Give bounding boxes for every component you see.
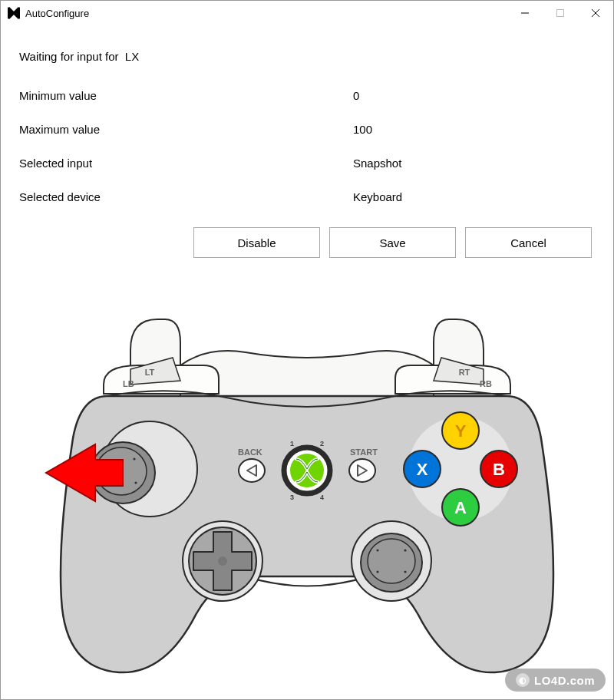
- svg-rect-2: [557, 10, 564, 17]
- x-label: X: [417, 460, 428, 479]
- guide-n2: 2: [320, 440, 324, 447]
- status-prefix: Waiting for input for: [19, 50, 119, 63]
- minimize-button[interactable]: [507, 1, 543, 25]
- svg-point-6: [91, 442, 155, 504]
- min-label: Minimum value: [19, 89, 353, 102]
- window-controls: [507, 1, 613, 25]
- save-button[interactable]: Save: [329, 227, 456, 258]
- app-icon: [7, 6, 21, 20]
- max-value: 100: [353, 123, 595, 136]
- svg-point-27: [442, 412, 479, 449]
- row-input: Selected input Snapshot: [19, 146, 595, 180]
- lb-label: LB: [123, 379, 134, 388]
- right-stick: [352, 521, 431, 601]
- trigger-right: [434, 319, 484, 369]
- guide-n1: 1: [290, 440, 294, 447]
- svg-point-19: [404, 549, 406, 551]
- cancel-button[interactable]: Cancel: [465, 227, 592, 258]
- device-value: Keyboard: [353, 190, 595, 203]
- svg-point-18: [376, 549, 378, 551]
- svg-point-8: [106, 460, 108, 462]
- svg-point-10: [104, 479, 107, 481]
- start-button: [349, 459, 375, 482]
- svg-point-20: [376, 570, 378, 573]
- svg-point-11: [134, 481, 137, 484]
- close-button[interactable]: [578, 1, 613, 25]
- left-stick: [91, 421, 197, 517]
- start-label: START: [350, 447, 378, 457]
- lt-label: LT: [145, 368, 155, 377]
- titlebar: AutoConfigure: [1, 1, 613, 25]
- guide-n3: 3: [290, 494, 294, 501]
- rb-label: RB: [480, 379, 492, 388]
- svg-point-21: [404, 570, 406, 573]
- row-min: Minimum value 0: [19, 78, 595, 112]
- maximize-button: [543, 1, 578, 25]
- controller-body: [61, 391, 553, 672]
- row-device: Selected device Keyboard: [19, 180, 595, 213]
- disable-button[interactable]: Disable: [193, 227, 320, 258]
- svg-point-7: [96, 447, 147, 495]
- button-row: Disable Save Cancel: [19, 227, 595, 258]
- svg-point-5: [102, 421, 197, 517]
- svg-point-12: [183, 521, 262, 601]
- svg-point-25: [290, 454, 324, 487]
- svg-point-24: [284, 447, 330, 494]
- guide-n4: 4: [320, 494, 324, 501]
- y-label: Y: [455, 421, 467, 441]
- bumper-right: [395, 365, 510, 394]
- rt-label: RT: [459, 368, 470, 377]
- input-label: Selected input: [19, 157, 353, 170]
- svg-point-30: [480, 451, 517, 487]
- a-label: A: [454, 498, 467, 517]
- watermark: ◐ LO4D.com: [505, 669, 606, 692]
- svg-point-13: [189, 527, 256, 595]
- app-window: AutoConfigure Waiting for input for LX M: [0, 0, 614, 700]
- svg-point-14: [218, 556, 227, 566]
- svg-point-26: [408, 417, 513, 521]
- svg-point-17: [368, 539, 415, 583]
- status-text: Waiting for input for LX: [19, 50, 595, 63]
- trigger-left: [130, 319, 180, 369]
- content-area: Waiting for input for LX Minimum value 0…: [1, 25, 613, 266]
- svg-point-9: [133, 457, 135, 460]
- window-title: AutoConfigure: [25, 8, 89, 19]
- b-label: B: [493, 460, 505, 479]
- bumper-left: [104, 365, 219, 394]
- left-arrow-icon: [46, 444, 123, 501]
- svg-point-16: [361, 533, 422, 592]
- svg-point-15: [352, 521, 431, 601]
- svg-point-28: [442, 489, 479, 526]
- svg-point-22: [239, 459, 265, 482]
- input-value: Snapshot: [353, 157, 595, 170]
- svg-point-23: [349, 459, 375, 482]
- watermark-text: LO4D.com: [534, 674, 595, 687]
- device-label: Selected device: [19, 190, 353, 203]
- dpad: [183, 521, 262, 601]
- row-max: Maximum value 100: [19, 112, 595, 146]
- max-label: Maximum value: [19, 123, 353, 136]
- min-value: 0: [353, 89, 595, 102]
- watermark-icon: ◐: [516, 673, 530, 687]
- guide-button: [284, 447, 330, 494]
- svg-point-29: [404, 451, 441, 487]
- controller-diagram: LT RT LB RB: [1, 300, 613, 699]
- back-button: [239, 459, 265, 482]
- face-buttons: Y A X B: [404, 412, 517, 526]
- status-axis: LX: [125, 50, 139, 63]
- back-label: BACK: [238, 447, 262, 457]
